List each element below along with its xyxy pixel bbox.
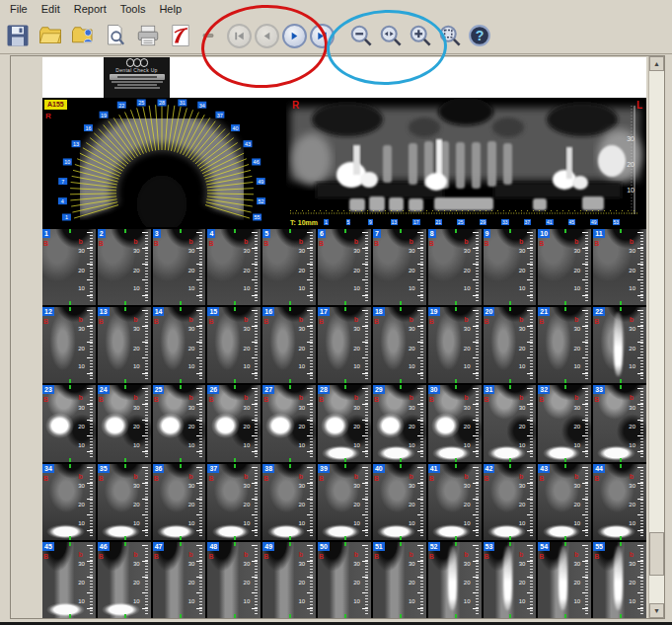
first-slice-button[interactable] (227, 24, 252, 48)
pano-slice-marker[interactable]: 45 (568, 219, 576, 225)
slice-cell-6[interactable]: 6Bb302010 (318, 229, 371, 305)
scroll-down-button[interactable]: ▼ (649, 603, 664, 618)
slice-cell-40[interactable]: 40Bb302010 (373, 464, 426, 540)
slice-cell-42[interactable]: 42Bb302010 (484, 464, 537, 540)
slice-cell-10[interactable]: 10Bb302010 (538, 229, 591, 305)
slice-cell-28[interactable]: 28Bb302010 (318, 385, 371, 461)
slice-cell-39[interactable]: 39Bb302010 (318, 464, 371, 540)
slice-cell-54[interactable]: 54Bb302010 (538, 542, 591, 618)
axial-preview-view[interactable]: 14710131619222528313437404346495255 A155… (42, 98, 286, 227)
axial-slice-marker[interactable]: 25 (137, 100, 146, 107)
axial-slice-marker[interactable]: 13 (72, 140, 81, 147)
slice-cell-9[interactable]: 9Bb302010 (484, 229, 537, 305)
slice-cell-22[interactable]: 22Bb302010 (593, 307, 646, 383)
menu-item-report[interactable]: Report (67, 1, 113, 17)
menu-item-help[interactable]: Help (152, 1, 188, 17)
menu-item-edit[interactable]: Edit (35, 1, 67, 17)
slice-cell-13[interactable]: 13Bb302010 (98, 307, 151, 383)
open-button[interactable] (37, 22, 64, 49)
slice-cell-12[interactable]: 12Bb302010 (42, 307, 96, 383)
menu-item-file[interactable]: File (3, 1, 35, 17)
zoom-region-button[interactable] (436, 22, 464, 49)
pano-slice-marker[interactable]: 5 (346, 219, 351, 225)
export-pdf-button[interactable] (167, 22, 194, 49)
slice-cell-44[interactable]: 44Bb302010 (593, 464, 646, 540)
slice-cell-17[interactable]: 17Bb302010 (318, 307, 371, 383)
slice-cell-15[interactable]: 15Bb302010 (207, 307, 261, 383)
slice-cell-51[interactable]: 51Bb302010 (373, 542, 426, 618)
scroll-up-button[interactable]: ▲ (649, 56, 664, 71)
pano-slice-marker[interactable]: 21 (435, 219, 443, 225)
slice-cell-46[interactable]: 46Bb302010 (98, 542, 151, 618)
pano-slice-marker[interactable]: 25 (457, 219, 465, 225)
slice-cell-53[interactable]: 53Bb302010 (484, 542, 537, 618)
last-slice-button[interactable] (310, 24, 335, 48)
axial-slice-marker[interactable]: 22 (117, 102, 126, 109)
slice-cell-1[interactable]: 1Bb302010 (42, 229, 96, 305)
pano-slice-marker[interactable]: 37 (524, 219, 532, 225)
slice-cell-45[interactable]: 45Bb302010 (42, 542, 96, 618)
axial-slice-marker[interactable]: 7 (58, 178, 67, 185)
axial-slice-marker[interactable]: 55 (253, 214, 261, 221)
pano-slice-marker[interactable]: 49 (590, 219, 598, 225)
slice-cell-7[interactable]: 7Bb302010 (373, 229, 426, 305)
axial-slice-marker[interactable]: 46 (252, 158, 261, 165)
axial-slice-marker[interactable]: 28 (158, 100, 167, 107)
slice-cell-48[interactable]: 48Bb302010 (207, 542, 261, 618)
axial-slice-marker[interactable]: 19 (100, 112, 109, 118)
slice-cell-11[interactable]: 11Bb302010 (593, 229, 646, 305)
axial-slice-marker[interactable]: 31 (178, 100, 187, 107)
axial-slice-marker[interactable]: 43 (243, 140, 252, 147)
slice-cell-49[interactable]: 49Bb302010 (262, 542, 316, 618)
axial-slice-marker[interactable]: 34 (197, 102, 206, 109)
slice-cell-32[interactable]: 32Bb302010 (538, 385, 591, 461)
slice-cell-55[interactable]: 55Bb302010 (593, 542, 646, 618)
pano-slice-marker[interactable]: 41 (546, 219, 554, 225)
slice-cell-8[interactable]: 8Bb302010 (428, 229, 482, 305)
panoramic-view[interactable]: R L T: 10mm 3020101591317212529333741454… (286, 98, 646, 227)
slice-cell-37[interactable]: 37Bb302010 (207, 464, 261, 540)
zoom-fit-button[interactable] (377, 22, 405, 49)
menu-item-tools[interactable]: Tools (113, 1, 153, 17)
slice-cell-34[interactable]: 34Bb302010 (42, 464, 96, 540)
previous-slice-button[interactable] (255, 24, 279, 48)
axial-slice-marker[interactable]: 40 (231, 124, 240, 131)
slice-cell-25[interactable]: 25Bb302010 (153, 385, 206, 461)
slice-cell-47[interactable]: 47Bb302010 (153, 542, 206, 618)
pano-slice-marker[interactable]: 33 (501, 219, 509, 225)
slice-cell-2[interactable]: 2Bb302010 (98, 229, 151, 305)
slice-cell-21[interactable]: 21Bb302010 (538, 307, 591, 383)
slice-cell-5[interactable]: 5Bb302010 (262, 229, 316, 305)
scrollbar-thumb[interactable] (649, 532, 664, 576)
slice-cell-20[interactable]: 20Bb302010 (484, 307, 537, 383)
pano-slice-marker[interactable]: 1 (324, 219, 329, 225)
slice-cell-30[interactable]: 30Bb302010 (428, 385, 482, 461)
slice-cell-52[interactable]: 52Bb302010 (428, 542, 482, 618)
slice-cell-43[interactable]: 43Bb302010 (538, 464, 591, 540)
zoom-out-button[interactable] (347, 22, 375, 49)
axial-slice-marker[interactable]: 52 (257, 197, 265, 204)
axial-slice-marker[interactable]: 1 (62, 214, 71, 221)
slice-cell-27[interactable]: 27Bb302010 (262, 385, 316, 461)
slice-cell-31[interactable]: 31Bb302010 (484, 385, 537, 461)
slice-cell-14[interactable]: 14Bb302010 (153, 307, 206, 383)
slice-cell-35[interactable]: 35Bb302010 (98, 464, 151, 540)
vertical-scrollbar[interactable]: ▲ ▼ (648, 56, 664, 618)
slice-cell-18[interactable]: 18Bb302010 (373, 307, 426, 383)
slice-cell-16[interactable]: 16Bb302010 (262, 307, 316, 383)
axial-slice-marker[interactable]: 4 (58, 197, 67, 204)
slice-cell-24[interactable]: 24Bb302010 (98, 385, 151, 461)
slice-cell-29[interactable]: 29Bb302010 (373, 385, 426, 461)
strip-button[interactable] (199, 22, 217, 49)
print-button[interactable] (134, 22, 162, 49)
slice-cell-19[interactable]: 19Bb302010 (428, 307, 482, 383)
pano-slice-marker[interactable]: 53 (613, 219, 621, 225)
pano-slice-marker[interactable]: 9 (368, 219, 373, 225)
open-patient-button[interactable] (69, 22, 97, 49)
help-button[interactable]: ? (466, 22, 493, 49)
slice-cell-38[interactable]: 38Bb302010 (262, 464, 316, 540)
slice-cell-26[interactable]: 26Bb302010 (207, 385, 261, 461)
pano-slice-marker[interactable]: 13 (391, 219, 399, 225)
slice-cell-33[interactable]: 33Bb302010 (593, 385, 646, 461)
axial-slice-marker[interactable]: 16 (84, 124, 93, 131)
